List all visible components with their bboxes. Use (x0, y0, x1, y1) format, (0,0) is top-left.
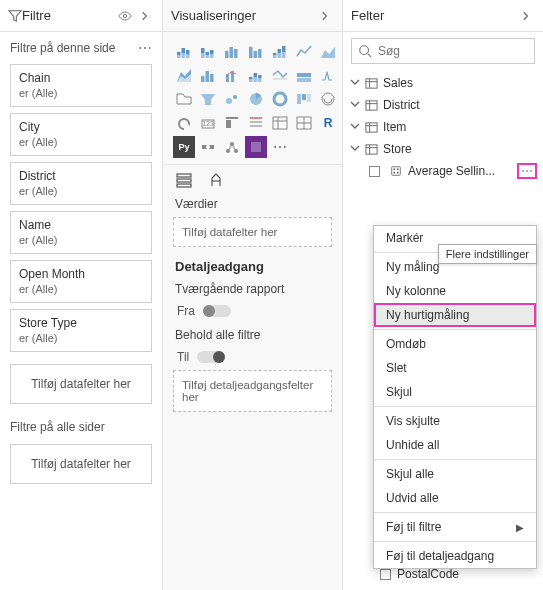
svg-rect-36 (254, 78, 258, 83)
svg-line-70 (232, 144, 236, 151)
viz-type-icon[interactable] (317, 64, 339, 86)
add-filter-all-pages[interactable]: Tilføj datafelter her (10, 444, 152, 484)
measure-icon (388, 165, 404, 177)
svg-rect-10 (206, 55, 210, 58)
table-icon (363, 99, 379, 112)
svg-rect-90 (397, 168, 399, 170)
svg-marker-41 (201, 94, 215, 105)
filter-card[interactable]: Districter (Alle) (10, 162, 152, 205)
context-menu-item[interactable]: Slet (374, 356, 536, 380)
chevron-down-icon[interactable] (349, 143, 361, 155)
search-input[interactable] (378, 44, 528, 58)
filter-card[interactable]: Chainer (Alle) (10, 64, 152, 107)
fields-search[interactable] (351, 38, 535, 64)
svg-rect-56 (250, 121, 262, 123)
svg-rect-55 (250, 117, 262, 119)
context-menu-item[interactable]: Skjul alle (374, 462, 536, 486)
viz-type-icon[interactable] (221, 64, 243, 86)
viz-type-icon[interactable] (245, 40, 267, 62)
cross-report-toggle[interactable] (203, 305, 231, 317)
svg-rect-54 (226, 117, 238, 119)
menu-separator (374, 512, 536, 513)
checkbox[interactable] (369, 166, 380, 177)
field-label[interactable]: PostalCode (397, 567, 459, 581)
filter-card[interactable]: Nameer (Alle) (10, 211, 152, 254)
viz-type-icon[interactable] (221, 40, 243, 62)
viz-type-icon[interactable] (197, 40, 219, 62)
context-menu-item[interactable]: Ny hurtigmåling (374, 303, 536, 327)
svg-rect-28 (201, 76, 205, 82)
viz-type-icon[interactable] (173, 88, 195, 110)
viz-type-icon[interactable] (197, 136, 219, 158)
viz-type-icon[interactable]: 123 (197, 112, 219, 134)
viz-type-icon[interactable] (269, 64, 291, 86)
chevron-right-icon[interactable] (349, 121, 361, 133)
viz-type-icon[interactable] (269, 112, 291, 134)
svg-rect-89 (393, 168, 395, 170)
chevron-right-icon[interactable] (318, 10, 332, 22)
viz-type-icon[interactable]: ⋯ (269, 136, 291, 158)
svg-rect-13 (225, 51, 229, 58)
context-menu-item[interactable]: Vis skjulte (374, 409, 536, 433)
viz-type-icon[interactable] (293, 40, 315, 62)
field-row[interactable]: Average Sellin...⋯ (349, 160, 543, 182)
format-tab-icon[interactable] (207, 171, 225, 189)
filter-card[interactable]: Cityer (Alle) (10, 113, 152, 156)
keep-filters-state: Til (177, 350, 189, 364)
viz-type-icon[interactable] (317, 88, 339, 110)
viz-type-icon[interactable] (173, 112, 195, 134)
viz-type-icon[interactable] (221, 88, 243, 110)
context-menu-item[interactable]: Ny kolonne (374, 279, 536, 303)
fields-tab-icon[interactable] (175, 171, 193, 189)
eye-icon[interactable] (118, 9, 132, 23)
viz-type-icon[interactable] (221, 136, 243, 158)
more-options-tooltip: Flere indstillinger (438, 244, 537, 264)
drillthrough-dropzone[interactable]: Tilføj detaljeadgangsfelter her (173, 370, 332, 412)
viz-type-icon[interactable] (245, 136, 267, 158)
viz-type-icon[interactable] (269, 40, 291, 62)
viz-type-icon[interactable] (197, 64, 219, 86)
more-options-button[interactable]: ⋯ (517, 163, 537, 179)
viz-type-icon[interactable] (293, 112, 315, 134)
field-label: Average Sellin... (408, 164, 517, 178)
table-row[interactable]: Sales (349, 72, 543, 94)
viz-type-icon[interactable] (245, 64, 267, 86)
add-filter-this-page[interactable]: Tilføj datafelter her (10, 364, 152, 404)
viz-type-icon[interactable] (173, 64, 195, 86)
context-menu-item[interactable]: Føj til detaljeadgang (374, 544, 536, 568)
svg-point-0 (123, 14, 127, 18)
viz-type-icon[interactable] (197, 88, 219, 110)
values-dropzone[interactable]: Tilføj datafelter her (173, 217, 332, 247)
viz-type-icon[interactable] (173, 40, 195, 62)
table-row[interactable]: Item (349, 116, 543, 138)
table-row[interactable]: Store (349, 138, 543, 160)
context-menu-item[interactable]: Unhide all (374, 433, 536, 457)
filter-card[interactable]: Open Monther (Alle) (10, 260, 152, 303)
fields-tree: SalesDistrictItemStoreAverage Sellin...⋯ (343, 70, 543, 184)
viz-type-icon[interactable] (245, 112, 267, 134)
chevron-right-icon[interactable] (349, 99, 361, 111)
context-menu-item[interactable]: Føj til filtre▶ (374, 515, 536, 539)
svg-rect-72 (177, 174, 191, 177)
checkbox[interactable] (380, 569, 391, 580)
viz-type-icon[interactable] (293, 64, 315, 86)
svg-rect-2 (177, 55, 181, 58)
filter-card[interactable]: Store Typeer (Alle) (10, 309, 152, 352)
context-menu-item[interactable]: Omdøb (374, 332, 536, 356)
chevron-right-icon[interactable] (519, 10, 533, 22)
table-row[interactable]: District (349, 94, 543, 116)
viz-type-icon[interactable] (245, 88, 267, 110)
viz-type-icon[interactable] (269, 88, 291, 110)
viz-type-icon[interactable]: Py (173, 136, 195, 158)
viz-type-icon[interactable] (317, 40, 339, 62)
more-icon[interactable]: ⋯ (138, 40, 152, 56)
keep-filters-toggle[interactable] (197, 351, 225, 363)
chevron-right-icon[interactable] (138, 10, 152, 22)
context-menu-item[interactable]: Udvid alle (374, 486, 536, 510)
cross-report-state: Fra (177, 304, 195, 318)
chevron-right-icon[interactable] (349, 77, 361, 89)
viz-type-icon[interactable] (221, 112, 243, 134)
viz-type-icon[interactable]: R (317, 112, 339, 134)
viz-type-icon[interactable] (293, 88, 315, 110)
context-menu-item[interactable]: Skjul (374, 380, 536, 404)
